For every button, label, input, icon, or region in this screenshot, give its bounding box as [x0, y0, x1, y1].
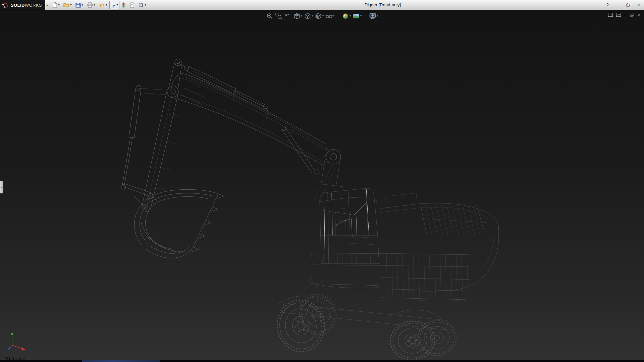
solidworks-window: SOLIDWORKS ▸ ▾ ▾ ▾	[0, 0, 644, 362]
window-title: Digger [Read-only]	[365, 0, 401, 10]
doc-float-button[interactable]	[616, 13, 621, 17]
doc-minimize-button[interactable]: –	[624, 12, 627, 17]
splitter-left-arrow-icon: ◂	[0, 186, 2, 188]
open-button[interactable]: ▾	[62, 1, 73, 9]
select-button[interactable]: ▾	[109, 1, 119, 9]
window-controls: ? – ×	[605, 0, 641, 10]
section-view-button[interactable]: ▾	[293, 12, 303, 20]
view-orientation-cube-icon	[304, 12, 311, 20]
doc-pane-toggle-button[interactable]	[608, 13, 613, 17]
print-button[interactable]: ▾	[85, 1, 97, 9]
undo-button[interactable]: ▾	[97, 1, 109, 9]
restore-icon	[626, 3, 631, 7]
new-document-button[interactable]: ▾	[51, 1, 61, 9]
zoom-to-fit-icon	[266, 12, 273, 20]
display-style-button[interactable]: ▾	[314, 12, 324, 20]
orientation-triad[interactable]	[7, 330, 31, 353]
heads-up-view-toolbar: ▾ ▾ ▾	[266, 12, 378, 20]
new-document-icon	[52, 2, 57, 8]
taskbar-edge	[0, 360, 644, 362]
chevron-down-icon[interactable]: ▾	[70, 4, 71, 6]
close-button[interactable]: ×	[636, 2, 641, 7]
chevron-down-icon[interactable]: ▾	[312, 15, 313, 17]
restore-button[interactable]	[626, 3, 631, 7]
splitter-right-arrow-icon: ▸	[2, 186, 3, 188]
hide-show-glasses-icon	[325, 12, 333, 20]
edit-appearance-button[interactable]: ▾	[341, 12, 351, 20]
scene-background	[0, 10, 644, 362]
chevron-down-icon[interactable]: ▾	[116, 4, 118, 6]
doc-restore-button[interactable]	[630, 13, 634, 17]
menu-expand-icon[interactable]: ▸	[47, 3, 48, 7]
chevron-down-icon[interactable]: ▾	[106, 4, 107, 6]
document-window-controls: – ×	[608, 12, 641, 17]
chevron-down-icon[interactable]: ▾	[94, 4, 95, 6]
options-gear-icon	[139, 2, 144, 8]
pane-arrow-icon	[616, 13, 621, 17]
brand-works: WORKS	[25, 3, 42, 8]
apply-scene-button[interactable]: ▾	[352, 12, 362, 20]
options-button[interactable]: ▾	[137, 1, 148, 9]
pane-split-icon	[608, 13, 613, 17]
zoom-to-fit-button[interactable]	[266, 12, 274, 20]
taskbar-accent	[82, 360, 160, 362]
chevron-down-icon[interactable]: ▾	[82, 4, 83, 6]
rebuild-button[interactable]	[120, 1, 127, 9]
solidworks-logo: SOLIDWORKS	[0, 0, 45, 10]
section-view-icon	[293, 12, 301, 20]
select-cursor-icon	[111, 2, 116, 8]
file-properties-button[interactable]	[128, 1, 136, 9]
title-bar: SOLIDWORKS ▸ ▾ ▾ ▾	[0, 0, 644, 10]
view-settings-button[interactable]: ▾	[369, 12, 378, 20]
chevron-down-icon[interactable]: ▾	[145, 4, 146, 6]
printer-icon	[87, 2, 93, 8]
previous-view-icon	[284, 12, 291, 20]
chevron-down-icon[interactable]: ▾	[322, 15, 324, 17]
hide-show-items-button[interactable]: ▾	[325, 12, 335, 20]
zoom-to-area-icon	[275, 12, 282, 20]
file-properties-icon	[130, 2, 135, 8]
apply-scene-icon	[353, 12, 360, 20]
open-folder-icon	[63, 2, 69, 7]
display-style-icon	[315, 12, 322, 20]
minimize-button[interactable]: –	[615, 3, 621, 7]
view-settings-icon	[369, 12, 376, 20]
chevron-down-icon[interactable]: ▾	[350, 15, 351, 17]
3d-viewport[interactable]	[0, 10, 644, 362]
brand-text: SOLIDWORKS	[11, 2, 42, 8]
save-floppy-icon	[75, 2, 81, 8]
chevron-down-icon[interactable]: ▾	[360, 15, 362, 17]
doc-restore-icon	[630, 13, 634, 17]
chevron-down-icon[interactable]: ▾	[333, 15, 334, 17]
panel-splitter-handle[interactable]: ◂ ▸	[0, 181, 3, 193]
edit-appearance-sphere-icon	[342, 12, 349, 20]
dassault-logo-icon	[2, 2, 9, 8]
brand-solid: SOLID	[11, 3, 25, 8]
graphics-area: ▾ ▾ ▾	[0, 10, 644, 362]
help-button[interactable]: ?	[605, 3, 610, 7]
rebuild-stoplight-icon	[122, 2, 126, 8]
doc-close-button[interactable]: ×	[638, 12, 641, 17]
chevron-down-icon[interactable]: ▾	[58, 4, 59, 6]
zoom-to-area-button[interactable]	[275, 12, 283, 20]
chevron-down-icon[interactable]: ▾	[377, 15, 378, 17]
save-button[interactable]: ▾	[74, 1, 85, 9]
view-orientation-button[interactable]: ▾	[304, 12, 313, 20]
chevron-down-icon[interactable]: ▾	[301, 15, 302, 17]
previous-view-button[interactable]	[284, 12, 292, 20]
undo-arrow-icon	[99, 2, 105, 8]
